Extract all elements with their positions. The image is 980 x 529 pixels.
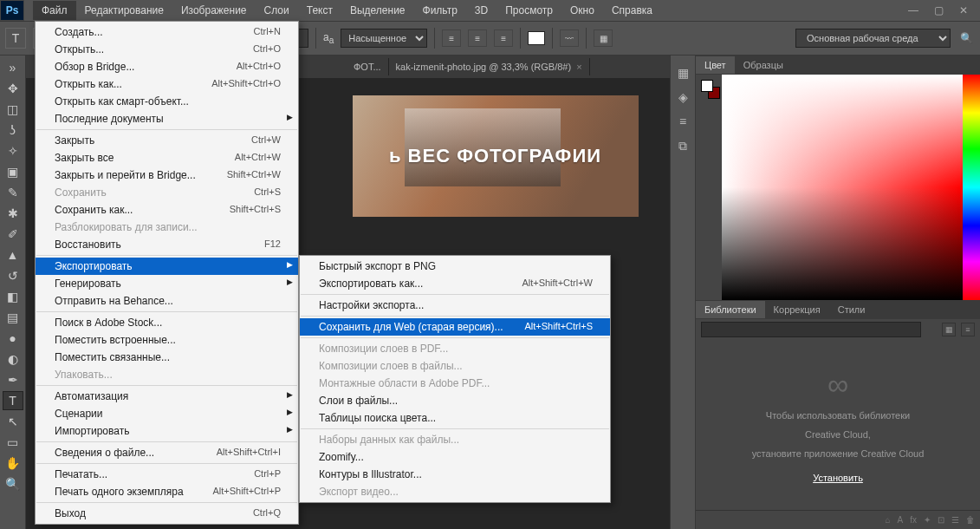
history-panel-icon[interactable]: ▦ xyxy=(674,64,691,82)
search-icon[interactable]: 🔍 xyxy=(957,32,975,44)
menu-справка[interactable]: Справка xyxy=(603,1,661,20)
close-icon[interactable]: ✕ xyxy=(959,4,968,16)
menu-item-открыть-как-смарт-объект-[interactable]: Открыть как смарт-объект... xyxy=(36,93,298,110)
lasso-tool[interactable]: ʖ xyxy=(3,121,23,140)
footer-icon[interactable]: ⌂ xyxy=(886,515,891,525)
menu-item-закрыть[interactable]: ЗакрытьCtrl+W xyxy=(36,132,298,149)
menu-item-печать-одного-экземпляра[interactable]: Печать одного экземпляраAlt+Shift+Ctrl+P xyxy=(36,483,298,500)
menu-item-zoomify-[interactable]: Zoomify... xyxy=(300,448,610,466)
menu-item-выход[interactable]: ВыходCtrl+Q xyxy=(36,505,298,522)
menu-item-создать-[interactable]: Создать...Ctrl+N xyxy=(36,23,298,41)
list-view-button[interactable]: ≡ xyxy=(961,323,975,336)
panel-tab-коррекция[interactable]: Коррекция xyxy=(765,301,829,318)
eraser-tool[interactable]: ◧ xyxy=(3,287,23,306)
menu-текст[interactable]: Текст xyxy=(298,1,341,20)
menu-item-сохранить-для-web-(старая-версия)-[interactable]: Сохранить для Web (старая версия)...Alt+… xyxy=(300,318,610,336)
panel-toggle-button[interactable]: ▦ xyxy=(594,29,613,47)
menu-item-слои-в-файлы-[interactable]: Слои в файлы... xyxy=(300,392,610,409)
menu-item-отправить-на-behance-[interactable]: Отправить на Behance... xyxy=(36,292,298,310)
menu-фильтр[interactable]: Фильтр xyxy=(414,1,466,20)
document-tab[interactable]: kak-izmenit-photo.jpg @ 33,3% (RGB/8#)× xyxy=(389,58,590,75)
antialias-select[interactable]: Насыщенное xyxy=(341,29,427,48)
expand-icon[interactable]: » xyxy=(3,58,23,77)
color-field[interactable] xyxy=(722,75,963,300)
blur-tool[interactable]: ● xyxy=(3,329,23,348)
panel-tab-цвет[interactable]: Цвет xyxy=(696,56,735,74)
menu-item-генерировать[interactable]: Генерировать▶ xyxy=(36,275,298,292)
gradient-tool[interactable]: ▤ xyxy=(3,308,23,327)
marquee-tool[interactable]: ◫ xyxy=(3,100,23,119)
menu-редактирование[interactable]: Редактирование xyxy=(76,1,172,20)
menu-item-настройки-экспорта-[interactable]: Настройки экспорта... xyxy=(300,297,610,314)
history-brush-tool[interactable]: ↺ xyxy=(3,266,23,285)
minimize-icon[interactable]: — xyxy=(908,4,918,16)
menu-item-поиск-в-adobe-stock-[interactable]: Поиск в Adobe Stock... xyxy=(36,314,298,331)
menu-item-открыть-как-[interactable]: Открыть как...Alt+Shift+Ctrl+O xyxy=(36,75,298,93)
pen-tool[interactable]: ✒ xyxy=(3,370,23,389)
menu-item-экспортировать-как-[interactable]: Экспортировать как...Alt+Shift+Ctrl+W xyxy=(300,275,610,292)
menu-item-автоматизация[interactable]: Автоматизация▶ xyxy=(36,388,298,405)
menu-item-сохранить-как-[interactable]: Сохранить как...Shift+Ctrl+S xyxy=(36,201,298,219)
footer-icon[interactable]: fx xyxy=(910,515,917,525)
menu-item-обзор-в-bridge-[interactable]: Обзор в Bridge...Alt+Ctrl+O xyxy=(36,58,298,75)
menu-item-контуры-в-illustrator-[interactable]: Контуры в Illustrator... xyxy=(300,466,610,483)
menu-item-печатать-[interactable]: Печатать...Ctrl+P xyxy=(36,466,298,483)
menu-окно[interactable]: Окно xyxy=(561,1,603,20)
menu-просмотр[interactable]: Просмотр xyxy=(496,1,561,20)
menu-item-быстрый-экспорт-в-png[interactable]: Быстрый экспорт в PNG xyxy=(300,258,610,275)
menu-item-таблицы-поиска-цвета-[interactable]: Таблицы поиска цвета... xyxy=(300,409,610,427)
footer-icon[interactable]: ✦ xyxy=(924,515,931,525)
move-tool[interactable]: ✥ xyxy=(3,79,23,98)
tool-preset-icon[interactable]: T xyxy=(5,28,26,49)
hand-tool[interactable]: ✋ xyxy=(3,454,23,473)
dodge-tool[interactable]: ◐ xyxy=(3,349,23,369)
menu-item-открыть-[interactable]: Открыть...Ctrl+O xyxy=(36,41,298,58)
menu-изображение[interactable]: Изображение xyxy=(172,1,256,20)
menu-item-поместить-встроенные-[interactable]: Поместить встроенные... xyxy=(36,331,298,349)
brush-tool[interactable]: ✐ xyxy=(3,225,23,244)
menu-item-сведения-о-файле-[interactable]: Сведения о файле...Alt+Shift+Ctrl+I xyxy=(36,444,298,461)
footer-icon[interactable]: ⊡ xyxy=(938,515,944,525)
menu-item-закрыть-все[interactable]: Закрыть всеAlt+Ctrl+W xyxy=(36,149,298,167)
install-link[interactable]: Установить xyxy=(813,473,863,483)
library-search-input[interactable] xyxy=(701,322,921,337)
menu-item-закрыть-и-перейти-в-bridge-[interactable]: Закрыть и перейти в Bridge...Shift+Ctrl+… xyxy=(36,167,298,184)
crop-tool[interactable]: ▣ xyxy=(3,162,23,181)
stamp-tool[interactable]: ▲ xyxy=(3,245,23,264)
fg-color-swatch[interactable] xyxy=(701,80,713,92)
grid-view-button[interactable]: ▦ xyxy=(942,323,956,336)
properties-panel-icon[interactable]: ◈ xyxy=(674,88,691,106)
wand-tool[interactable]: ✧ xyxy=(3,141,23,160)
menu-3d[interactable]: 3D xyxy=(466,1,496,20)
panel-tab-библиотеки[interactable]: Библиотеки xyxy=(696,301,765,318)
align-left-button[interactable]: ≡ xyxy=(442,29,461,47)
type-tool[interactable]: T xyxy=(3,391,23,410)
menu-item-экспортировать[interactable]: Экспортировать▶ xyxy=(36,258,298,275)
footer-icon[interactable]: A xyxy=(898,515,904,525)
menu-item-сценарии[interactable]: Сценарии▶ xyxy=(36,405,298,422)
align-right-button[interactable]: ≡ xyxy=(494,29,513,47)
menu-item-последние-документы[interactable]: Последние документы▶ xyxy=(36,110,298,127)
menu-item-восстановить[interactable]: ВосстановитьF12 xyxy=(36,236,298,253)
maximize-icon[interactable]: ▢ xyxy=(934,4,944,16)
footer-icon[interactable]: 🗑 xyxy=(966,515,975,525)
close-tab-icon[interactable]: × xyxy=(576,62,581,72)
menu-item-поместить-связанные-[interactable]: Поместить связанные... xyxy=(36,349,298,366)
text-color-swatch[interactable] xyxy=(528,31,545,45)
eyedropper-tool[interactable]: ✎ xyxy=(3,183,23,202)
workspace-select[interactable]: Основная рабочая среда xyxy=(795,29,951,48)
adjustments-panel-icon[interactable]: ≡ xyxy=(674,113,691,130)
align-center-button[interactable]: ≡ xyxy=(468,29,487,47)
healing-tool[interactable]: ✱ xyxy=(3,204,23,223)
warp-text-button[interactable]: 〰 xyxy=(560,29,579,47)
zoom-tool[interactable]: 🔍 xyxy=(3,474,23,493)
footer-icon[interactable]: ☰ xyxy=(951,515,959,525)
document-canvas[interactable]: ь ВЕС ФОТОГРАФИИ xyxy=(353,95,639,217)
menu-файл[interactable]: Файл xyxy=(33,1,76,20)
menu-item-импортировать[interactable]: Импортировать▶ xyxy=(36,422,298,440)
path-tool[interactable]: ↖ xyxy=(3,412,23,431)
fg-bg-swatch[interactable] xyxy=(701,80,720,99)
panel-tab-образцы[interactable]: Образцы xyxy=(735,56,792,74)
menu-слои[interactable]: Слои xyxy=(256,1,298,20)
menu-выделение[interactable]: Выделение xyxy=(341,1,414,20)
